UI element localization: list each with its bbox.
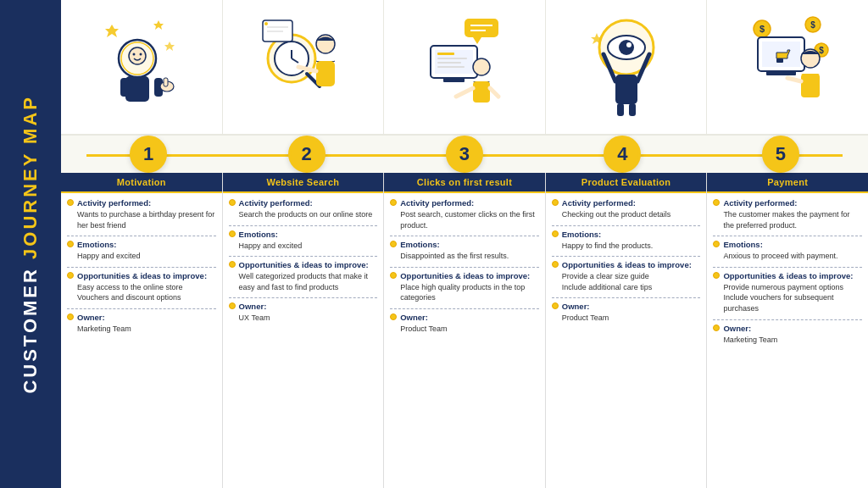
svg-marker-1 — [153, 20, 164, 30]
svg-line-38 — [456, 88, 473, 97]
col-5-opportunities: Opportunities & ideas to improve: Provid… — [713, 271, 862, 314]
illustrations-row: $ $ $ — [61, 0, 868, 136]
svg-rect-9 — [120, 78, 129, 97]
dot — [713, 241, 720, 247]
svg-rect-25 — [465, 19, 498, 37]
dot — [552, 261, 559, 268]
column-3: Clicks on first result Activity performe… — [384, 173, 546, 488]
dot — [713, 272, 720, 279]
col-3-owner-body: Product Team — [390, 324, 539, 335]
dot — [390, 199, 397, 206]
step-1: 1 — [130, 136, 167, 173]
col-4-activity: Activity performed: Checking out the pro… — [552, 198, 701, 220]
svg-marker-26 — [473, 37, 481, 44]
col-3-opp-body: Place high quality products in the top c… — [390, 282, 539, 303]
col-5-activity: Activity performed: The customer makes t… — [713, 198, 862, 230]
col-1-emotions-title: Emotions: — [67, 240, 216, 249]
col-5-owner: Owner: Marketing Team — [713, 324, 862, 346]
sidebar-label-journey: JOURNEY MAP — [19, 95, 41, 259]
columns-row: Motivation Activity performed: Wants to … — [61, 173, 868, 488]
svg-point-42 — [619, 40, 634, 55]
col-3-emotions: Emotions: Disappointed as the first resu… — [390, 240, 539, 262]
dot — [713, 199, 720, 206]
col-2-opportunities: Opportunities & ideas to improve: Well c… — [229, 260, 378, 292]
illustration-4 — [546, 0, 708, 134]
col-4-owner-body: Product Team — [552, 313, 701, 324]
col-2-emotions-body: Happy and excited — [229, 241, 378, 252]
column-4: Product Evaluation Activity performed: C… — [546, 173, 708, 488]
svg-text:$: $ — [819, 46, 824, 55]
col-1-activity: Activity performed: Wants to purchase a … — [67, 198, 216, 230]
illustration-1 — [61, 0, 223, 134]
col-1-owner-title: Owner: — [67, 313, 216, 322]
col-5-body: Activity performed: The customer makes t… — [707, 193, 868, 488]
dot — [67, 313, 74, 320]
col-3-activity-body: Post search, customer clicks on the firs… — [390, 209, 539, 230]
col-5-emotions: Emotions: Anxious to proceed with paymen… — [713, 240, 862, 262]
col-4-activity-body: Checking out the product details — [552, 209, 701, 220]
col-1-opportunities: Opportunities & ideas to improve: Easy a… — [67, 271, 216, 303]
dot — [67, 241, 74, 247]
svg-point-24 — [264, 22, 268, 25]
sidebar-title: CUSTOMER JOURNEY MAP — [20, 95, 41, 394]
sidebar: CUSTOMER JOURNEY MAP — [0, 0, 61, 488]
sidebar-label-customer: CUSTOMER — [19, 259, 41, 394]
dot — [67, 199, 74, 206]
col-3-owner: Owner: Product Team — [390, 313, 539, 335]
svg-text:$: $ — [810, 20, 815, 30]
col-2-opp-body: Well categorized products that make it e… — [229, 271, 378, 292]
dot — [229, 199, 236, 206]
col-1-opp-title: Opportunities & ideas to improve: — [67, 271, 216, 280]
col-4-opportunities: Opportunities & ideas to improve: Provid… — [552, 260, 701, 292]
col-4-header: Product Evaluation — [546, 173, 707, 193]
col-1-emotions-body: Happy and excited — [67, 251, 216, 262]
col-3-opportunities: Opportunities & ideas to improve: Place … — [390, 271, 539, 303]
svg-point-5 — [129, 47, 146, 64]
dot — [229, 302, 236, 309]
svg-rect-44 — [615, 75, 637, 104]
svg-rect-34 — [437, 66, 465, 68]
col-5-emotions-body: Anxious to proceed with payment. — [713, 251, 862, 262]
svg-rect-59 — [766, 71, 796, 75]
dot — [229, 230, 236, 237]
col-3-body: Activity performed: Post search, custome… — [384, 193, 545, 488]
svg-rect-12 — [164, 78, 168, 86]
col-3-header: Clicks on first result — [384, 173, 545, 193]
svg-line-62 — [787, 78, 801, 81]
svg-rect-33 — [437, 62, 461, 64]
illustration-5: $ $ $ — [707, 0, 868, 134]
svg-rect-19 — [316, 61, 335, 86]
col-5-header: Payment — [707, 173, 868, 193]
col-4-owner: Owner: Product Team — [552, 302, 701, 324]
column-2: Website Search Activity performed: Searc… — [223, 173, 385, 488]
col-1-activity-body: Wants to purchase a birthday present for… — [67, 209, 216, 230]
svg-point-43 — [626, 42, 632, 47]
col-4-body: Activity performed: Checking out the pro… — [546, 193, 707, 488]
dot — [552, 302, 559, 309]
svg-point-7 — [139, 53, 142, 56]
main-content: $ $ $ — [61, 0, 868, 488]
col-4-emotions-body: Happy to find the products. — [552, 241, 701, 252]
col-1-opp-body: Easy access to the online store Vouchers… — [67, 282, 216, 303]
svg-marker-2 — [164, 42, 175, 51]
col-2-activity: Activity performed: Search the products … — [229, 198, 378, 220]
svg-rect-58 — [776, 58, 783, 63]
col-2-activity-body: Search the products on our online store — [229, 209, 378, 220]
col-3-emotions-body: Disappointed as the first results. — [390, 251, 539, 262]
col-2-owner-body: UX Team — [229, 313, 378, 324]
step-2: 2 — [288, 136, 326, 173]
svg-rect-48 — [629, 103, 636, 116]
col-5-activity-body: The customer makes the payment for the p… — [713, 209, 862, 230]
col-2-emotions: Emotions: Happy and excited — [229, 230, 378, 252]
dot — [67, 272, 74, 279]
step-5: 5 — [762, 136, 799, 173]
col-1-activity-title: Activity performed: — [67, 198, 216, 208]
step-4: 4 — [604, 136, 641, 173]
dot — [552, 230, 559, 237]
col-1-owner: Owner: Marketing Team — [67, 313, 216, 335]
illustration-2 — [223, 0, 385, 134]
col-1-emotions: Emotions: Happy and excited — [67, 240, 216, 262]
col-1-header: Motivation — [61, 173, 222, 193]
dot — [552, 199, 559, 206]
col-1-owner-body: Marketing Team — [67, 324, 216, 335]
